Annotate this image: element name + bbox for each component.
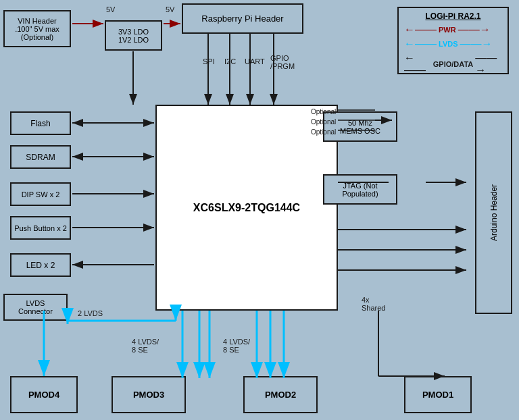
pmod1-label: PMOD1 <box>422 390 453 400</box>
legend-pwr-label: PWR <box>439 26 456 34</box>
pmod1-block: PMOD1 <box>404 376 472 413</box>
pushbtn-label: Push Button x 2 <box>14 224 67 232</box>
pushbtn-block: Push Button x 2 <box>10 216 71 240</box>
jtag-block: JTAG (Not Populated) <box>323 174 397 205</box>
pmod4-label: PMOD4 <box>28 390 59 400</box>
i2c-label: I2C <box>224 57 236 65</box>
mems-osc-block: 50 Mhz MEMS OSC <box>323 111 397 142</box>
legend-lvds-row: ←—— LVDS ——→ <box>404 38 502 50</box>
optional-label-1: Optional <box>311 108 336 115</box>
pmod3-label: PMOD3 <box>133 390 164 400</box>
flash-label: Flash <box>30 119 50 128</box>
rpi-header-label: Raspberry Pi Header <box>201 14 283 24</box>
gpio-prgm-label: GPIO /PRGM <box>270 54 295 70</box>
4lvds-8se-left-label: 4 LVDS/ 8 SE <box>132 338 159 354</box>
4x-shared-label: 4x Shared <box>362 296 385 312</box>
pmod4-block: PMOD4 <box>10 376 78 413</box>
legend-lvds-label: LVDS <box>439 40 458 48</box>
5v-label-2: 5V <box>166 5 174 14</box>
arduino-header-block: Arduino Header <box>475 111 512 314</box>
2lvds-label: 2 LVDS <box>78 309 103 317</box>
arduino-header-label: Arduino Header <box>489 184 499 241</box>
led-block: LED x 2 <box>10 253 71 277</box>
mems-osc-label: 50 Mhz MEMS OSC <box>340 119 380 135</box>
optional-label-3: Optional <box>311 128 336 136</box>
4lvds-8se-right-label: 4 LVDS/ 8 SE <box>223 338 250 354</box>
ldo-block: 3V3 LDO 1V2 LDO <box>105 20 162 51</box>
fpga-label: XC6SLX9-2TQG144C <box>193 202 300 214</box>
dipsw-label: DIP SW x 2 <box>22 190 60 199</box>
pmod2-block: PMOD2 <box>243 376 318 413</box>
legend-block: LOGi-Pi RA2.1 ←—— PWR ——→ ←—— LVDS ——→ ←… <box>397 7 509 74</box>
sdram-label: SDRAM <box>26 153 55 162</box>
optional-label-2: Optional <box>311 118 336 126</box>
uart-label: UART <box>245 57 265 65</box>
lvds-connector-block: LVDS Connector <box>3 294 68 321</box>
legend-pwr-row: ←—— PWR ——→ <box>404 24 502 36</box>
pmod2-label: PMOD2 <box>265 390 296 400</box>
led-label: LED x 2 <box>26 261 55 270</box>
flash-block: Flash <box>10 111 71 135</box>
ldo-label: 3V3 LDO 1V2 LDO <box>118 28 149 44</box>
legend-title: LOGi-Pi RA2.1 <box>404 11 502 21</box>
legend-gpio-data-row: ←—— GPIO/DATA ——→ <box>404 52 502 76</box>
jtag-label: JTAG (Not Populated) <box>342 182 378 198</box>
sdram-block: SDRAM <box>10 145 71 169</box>
legend-gpio-data-label: GPIO/DATA <box>433 60 473 68</box>
pmod3-block: PMOD3 <box>112 376 186 413</box>
5v-label-1: 5V <box>106 5 115 14</box>
lvds-connector-label: LVDS Connector <box>18 299 53 315</box>
dipsw-block: DIP SW x 2 <box>10 182 71 206</box>
spi-label: SPI <box>203 57 215 65</box>
rpi-header-block: Raspberry Pi Header <box>182 3 303 34</box>
vin-header-block: VIN Header .100" 5V max (Optional) <box>3 10 71 47</box>
vin-header-label: VIN Header .100" 5V max (Optional) <box>15 17 59 41</box>
